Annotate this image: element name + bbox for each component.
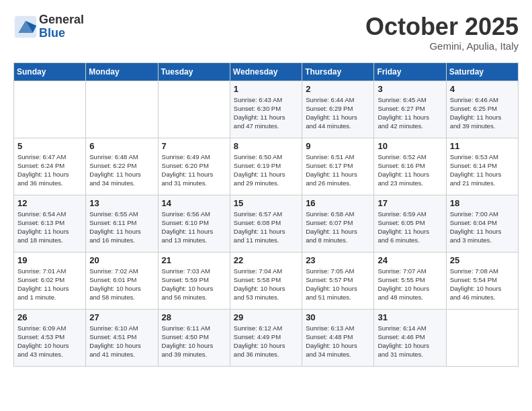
day-header-wednesday: Wednesday (230, 62, 302, 81)
day-header-monday: Monday (86, 62, 158, 81)
calendar-cell: 23Sunrise: 7:05 AM Sunset: 5:57 PM Dayli… (302, 252, 374, 309)
calendar-cell: 26Sunrise: 6:09 AM Sunset: 4:53 PM Dayli… (14, 309, 86, 366)
calendar-cell: 28Sunrise: 6:11 AM Sunset: 4:50 PM Dayli… (158, 309, 230, 366)
day-info: Sunrise: 6:49 AM Sunset: 6:20 PM Dayligh… (162, 152, 226, 188)
day-number: 6 (89, 141, 154, 151)
day-number: 25 (450, 255, 515, 265)
calendar-week-row: 5Sunrise: 6:47 AM Sunset: 6:24 PM Daylig… (14, 138, 519, 195)
calendar-cell: 2Sunrise: 6:44 AM Sunset: 6:29 PM Daylig… (302, 81, 374, 138)
day-number: 13 (89, 198, 154, 208)
calendar-cell: 30Sunrise: 6:13 AM Sunset: 4:48 PM Dayli… (302, 309, 374, 366)
day-number: 8 (234, 141, 298, 151)
calendar-cell: 14Sunrise: 6:56 AM Sunset: 6:10 PM Dayli… (158, 195, 230, 252)
day-info: Sunrise: 6:10 AM Sunset: 4:51 PM Dayligh… (89, 324, 154, 359)
calendar-cell: 18Sunrise: 7:00 AM Sunset: 6:04 PM Dayli… (446, 195, 518, 252)
calendar-cell: 12Sunrise: 6:54 AM Sunset: 6:13 PM Dayli… (14, 195, 86, 252)
day-number: 9 (306, 141, 370, 151)
calendar-cell: 9Sunrise: 6:51 AM Sunset: 6:17 PM Daylig… (302, 138, 374, 195)
day-header-sunday: Sunday (14, 62, 86, 81)
day-number: 2 (306, 84, 370, 94)
calendar-cell: 13Sunrise: 6:55 AM Sunset: 6:11 PM Dayli… (86, 195, 158, 252)
day-number: 5 (17, 141, 82, 151)
calendar-cell: 19Sunrise: 7:01 AM Sunset: 6:02 PM Dayli… (14, 252, 86, 309)
day-info: Sunrise: 7:02 AM Sunset: 6:01 PM Dayligh… (89, 267, 154, 302)
day-info: Sunrise: 6:45 AM Sunset: 6:27 PM Dayligh… (378, 95, 442, 131)
day-number: 7 (162, 141, 226, 151)
day-number: 29 (234, 312, 298, 322)
day-number: 17 (378, 198, 442, 208)
day-number: 28 (162, 312, 226, 322)
calendar-cell: 8Sunrise: 6:50 AM Sunset: 6:19 PM Daylig… (230, 138, 302, 195)
day-number: 16 (306, 198, 370, 208)
day-number: 4 (450, 84, 515, 94)
calendar-week-row: 1Sunrise: 6:43 AM Sunset: 6:30 PM Daylig… (14, 81, 519, 138)
day-info: Sunrise: 6:53 AM Sunset: 6:14 PM Dayligh… (450, 152, 515, 188)
day-info: Sunrise: 6:11 AM Sunset: 4:50 PM Dayligh… (162, 324, 226, 359)
day-number: 21 (162, 255, 226, 265)
day-number: 24 (378, 255, 442, 265)
calendar-cell (446, 309, 518, 366)
day-info: Sunrise: 7:04 AM Sunset: 5:58 PM Dayligh… (234, 267, 298, 302)
calendar-week-row: 26Sunrise: 6:09 AM Sunset: 4:53 PM Dayli… (14, 309, 519, 366)
calendar-cell: 1Sunrise: 6:43 AM Sunset: 6:30 PM Daylig… (230, 81, 302, 138)
calendar-cell: 17Sunrise: 6:59 AM Sunset: 6:05 PM Dayli… (374, 195, 446, 252)
day-number: 15 (234, 198, 298, 208)
logo: General Blue (13, 13, 84, 40)
calendar-cell: 11Sunrise: 6:53 AM Sunset: 6:14 PM Dayli… (446, 138, 518, 195)
calendar-table: SundayMondayTuesdayWednesdayThursdayFrid… (13, 62, 519, 367)
day-info: Sunrise: 6:09 AM Sunset: 4:53 PM Dayligh… (17, 324, 82, 359)
day-info: Sunrise: 7:01 AM Sunset: 6:02 PM Dayligh… (17, 267, 82, 302)
calendar-cell (158, 81, 230, 138)
calendar-cell: 5Sunrise: 6:47 AM Sunset: 6:24 PM Daylig… (14, 138, 86, 195)
title-block: October 2025 Gemini, Apulia, Italy (365, 13, 519, 52)
day-info: Sunrise: 6:47 AM Sunset: 6:24 PM Dayligh… (17, 152, 82, 188)
day-info: Sunrise: 6:57 AM Sunset: 6:08 PM Dayligh… (234, 210, 298, 245)
logo-icon (13, 15, 38, 39)
day-info: Sunrise: 6:14 AM Sunset: 4:46 PM Dayligh… (378, 324, 442, 359)
day-number: 30 (306, 312, 370, 322)
calendar-cell: 25Sunrise: 7:08 AM Sunset: 5:54 PM Dayli… (446, 252, 518, 309)
day-info: Sunrise: 6:56 AM Sunset: 6:10 PM Dayligh… (162, 210, 226, 245)
day-number: 31 (378, 312, 442, 322)
day-number: 20 (89, 255, 154, 265)
day-number: 3 (378, 84, 442, 94)
calendar-cell: 6Sunrise: 6:48 AM Sunset: 6:22 PM Daylig… (86, 138, 158, 195)
calendar-cell: 7Sunrise: 6:49 AM Sunset: 6:20 PM Daylig… (158, 138, 230, 195)
day-info: Sunrise: 6:12 AM Sunset: 4:49 PM Dayligh… (234, 324, 298, 359)
day-info: Sunrise: 6:58 AM Sunset: 6:07 PM Dayligh… (306, 210, 370, 245)
calendar-cell: 21Sunrise: 7:03 AM Sunset: 5:59 PM Dayli… (158, 252, 230, 309)
calendar-cell: 16Sunrise: 6:58 AM Sunset: 6:07 PM Dayli… (302, 195, 374, 252)
day-info: Sunrise: 6:44 AM Sunset: 6:29 PM Dayligh… (306, 95, 370, 131)
day-number: 27 (89, 312, 154, 322)
day-number: 23 (306, 255, 370, 265)
day-header-tuesday: Tuesday (158, 62, 230, 81)
day-info: Sunrise: 6:50 AM Sunset: 6:19 PM Dayligh… (234, 152, 298, 188)
day-number: 26 (17, 312, 82, 322)
day-number: 18 (450, 198, 515, 208)
calendar-cell: 10Sunrise: 6:52 AM Sunset: 6:16 PM Dayli… (374, 138, 446, 195)
day-number: 1 (234, 84, 298, 94)
calendar-header-row: SundayMondayTuesdayWednesdayThursdayFrid… (14, 62, 519, 81)
logo-blue: Blue (39, 27, 84, 40)
calendar-cell: 29Sunrise: 6:12 AM Sunset: 4:49 PM Dayli… (230, 309, 302, 366)
day-info: Sunrise: 6:48 AM Sunset: 6:22 PM Dayligh… (89, 152, 154, 188)
day-number: 14 (162, 198, 226, 208)
location: Gemini, Apulia, Italy (365, 40, 519, 52)
day-number: 19 (17, 255, 82, 265)
day-info: Sunrise: 6:59 AM Sunset: 6:05 PM Dayligh… (378, 210, 442, 245)
calendar-week-row: 19Sunrise: 7:01 AM Sunset: 6:02 PM Dayli… (14, 252, 519, 309)
day-info: Sunrise: 7:08 AM Sunset: 5:54 PM Dayligh… (450, 267, 515, 302)
calendar-week-row: 12Sunrise: 6:54 AM Sunset: 6:13 PM Dayli… (14, 195, 519, 252)
day-header-saturday: Saturday (446, 62, 518, 81)
calendar-cell: 22Sunrise: 7:04 AM Sunset: 5:58 PM Dayli… (230, 252, 302, 309)
day-info: Sunrise: 6:52 AM Sunset: 6:16 PM Dayligh… (378, 152, 442, 188)
day-info: Sunrise: 7:00 AM Sunset: 6:04 PM Dayligh… (450, 210, 515, 245)
calendar-cell: 31Sunrise: 6:14 AM Sunset: 4:46 PM Dayli… (374, 309, 446, 366)
day-info: Sunrise: 7:07 AM Sunset: 5:55 PM Dayligh… (378, 267, 442, 302)
day-info: Sunrise: 7:05 AM Sunset: 5:57 PM Dayligh… (306, 267, 370, 302)
day-number: 22 (234, 255, 298, 265)
calendar-cell: 3Sunrise: 6:45 AM Sunset: 6:27 PM Daylig… (374, 81, 446, 138)
day-info: Sunrise: 6:55 AM Sunset: 6:11 PM Dayligh… (89, 210, 154, 245)
calendar-cell: 27Sunrise: 6:10 AM Sunset: 4:51 PM Dayli… (86, 309, 158, 366)
day-info: Sunrise: 6:13 AM Sunset: 4:48 PM Dayligh… (306, 324, 370, 359)
